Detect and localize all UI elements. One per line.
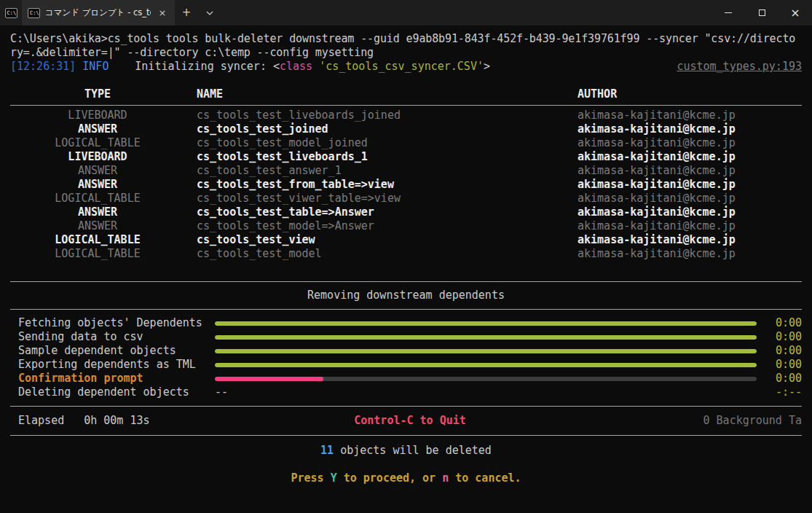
cell-author: akimasa-kajitani@kcme.jp (567, 219, 802, 233)
cell-name: cs_tools_test_model=>Answer (185, 219, 567, 233)
cmd-prompt-icon: C:\ (28, 8, 40, 18)
table-row: ANSWERcs_tools_test_answer_1akimasa-kaji… (10, 164, 802, 178)
new-tab-button[interactable]: + (175, 0, 198, 26)
table-row: LOGICAL_TABLEcs_tools_test_model_joineda… (10, 136, 802, 150)
log-line: [12:26:31] INFO Initializing syncer: <cl… (10, 60, 802, 74)
table-row: ANSWERcs_tools_test_joinedakimasa-kajita… (10, 122, 802, 136)
dependents-table: TYPE NAME AUTHOR LIVEBOARDcs_tools_test_… (10, 87, 802, 261)
prompt-mid: to proceed, or (337, 471, 443, 485)
task-progress-bar (215, 363, 764, 367)
table-row: ANSWERcs_tools_test_model=>Answerakimasa… (10, 219, 802, 233)
cell-name: cs_tools_test_answer_1 (185, 164, 567, 178)
cell-author: akimasa-kajitani@kcme.jp (567, 192, 802, 205)
cell-name: cs_tools_test_from_table=>view (185, 178, 567, 192)
task-progress-bar: -- (215, 385, 764, 399)
close-icon: × (790, 6, 800, 20)
task-time: -:-- (764, 385, 802, 399)
task-label: Sending data to csv (18, 330, 215, 344)
cell-author: akimasa-kajitani@kcme.jp (567, 233, 802, 247)
cell-type: ANSWER (10, 219, 185, 233)
cell-type: ANSWER (10, 205, 185, 219)
terminal-screen[interactable]: C:\Users\akika>cs_tools tools bulk-delet… (0, 32, 812, 485)
cell-type: LIVEBOARD (10, 109, 185, 122)
task-row: Fetching objects' Dependents0:00 (18, 316, 802, 330)
task-row: Sample dependent objects0:00 (18, 344, 802, 358)
cell-name: cs_tools_test_model (185, 247, 567, 261)
cell-name: cs_tools_test_table=>Answer (185, 205, 567, 219)
delete-count-message: 11 objects will be deleted (10, 444, 802, 458)
task-pending-placeholder: -- (215, 385, 228, 399)
prompt-press: Press (291, 471, 330, 485)
log-keyword: class (280, 60, 312, 73)
terminal-window: C:\ C:\ コマンド プロンプト - cs_tools tool × + ×… (0, 0, 812, 485)
table-row: LIVEBOARDcs_tools_test_liveboards_joined… (10, 109, 802, 122)
table-row: ANSWERcs_tools_test_table=>Answerakimasa… (10, 205, 802, 219)
cell-author: akimasa-kajitani@kcme.jp (567, 178, 802, 192)
status-footer: Elapsed0h 00m 13s Control-C to Quit 0 Ba… (10, 407, 802, 435)
cell-author: akimasa-kajitani@kcme.jp (567, 205, 802, 219)
task-label: Deleting dependent objects (18, 385, 215, 399)
table-rows: LIVEBOARDcs_tools_test_liveboards_joined… (10, 109, 802, 261)
tab-title: コマンド プロンプト - cs_tools tool (45, 6, 151, 20)
task-time: 0:00 (764, 316, 802, 330)
section-rule (10, 435, 802, 436)
confirmation-prompt[interactable]: Press Y to proceed, or n to cancel. (10, 471, 802, 485)
cell-type: ANSWER (10, 178, 185, 192)
window-system-icon[interactable]: C:\ (0, 0, 22, 26)
titlebar: C:\ C:\ コマンド プロンプト - cs_tools tool × + × (0, 0, 812, 26)
minimize-icon (725, 12, 732, 13)
section-rule (10, 281, 802, 282)
tab-close-icon[interactable]: × (156, 6, 169, 20)
table-header-type: TYPE (10, 87, 185, 101)
cell-name: cs_tools_test_viwer_table=>view (185, 192, 567, 205)
chevron-down-icon (206, 11, 213, 15)
cell-name: cs_tools_test_liveboards_1 (185, 150, 567, 164)
task-progress-bar (215, 377, 764, 381)
minimize-button[interactable] (712, 0, 745, 26)
cell-author: akimasa-kajitani@kcme.jp (567, 164, 802, 178)
quit-hint: Control-C to Quit (354, 414, 466, 428)
elapsed-label: Elapsed (18, 414, 64, 427)
task-row: Sending data to csv0:00 (18, 330, 802, 344)
table-row: LOGICAL_TABLEcs_tools_test_viwer_table=>… (10, 192, 802, 205)
task-time: 0:00 (764, 330, 802, 344)
cell-name: cs_tools_test_model_joined (185, 136, 567, 150)
cell-name: cs_tools_test_joined (185, 122, 567, 136)
table-row: LOGICAL_TABLEcs_tools_test_viewakimasa-k… (10, 233, 802, 247)
task-progress-bar (215, 321, 764, 326)
elapsed-value: 0h 00m 13s (84, 414, 149, 427)
prompt-end: to cancel. (449, 471, 521, 485)
task-label: Fetching objects' Dependents (18, 316, 215, 330)
tab-dropdown-button[interactable] (198, 0, 221, 26)
background-tasks-count: 0 Background Ta (466, 414, 802, 428)
table-row: LOGICAL_TABLEcs_tools_test_modelakimasa-… (10, 247, 802, 261)
titlebar-drag-area[interactable] (221, 0, 712, 26)
cell-type: LOGICAL_TABLE (10, 233, 185, 247)
cell-type: LOGICAL_TABLE (10, 247, 185, 261)
tab-cmd-prompt[interactable]: C:\ コマンド プロンプト - cs_tools tool × (22, 0, 175, 26)
task-label: Exporting dependents as TML (18, 358, 215, 372)
log-string-literal: 'cs_tools_csv_syncer.CSV' (312, 60, 484, 73)
maximize-button[interactable] (745, 0, 779, 26)
task-list: Fetching objects' Dependents0:00Sending … (10, 310, 802, 401)
table-header-author: AUTHOR (567, 87, 802, 101)
delete-count: 11 (320, 444, 334, 457)
command-line: C:\Users\akika>cs_tools tools bulk-delet… (10, 32, 802, 60)
log-timestamp: [12:26:31] (10, 60, 76, 74)
cell-type: LIVEBOARD (10, 150, 185, 164)
cell-author: akimasa-kajitani@kcme.jp (567, 136, 802, 150)
table-header-name: NAME (185, 87, 567, 101)
prompt-no-key: n (442, 471, 449, 485)
close-button[interactable]: × (779, 0, 812, 26)
log-message-prefix: Initializing syncer: < (135, 60, 280, 73)
cell-type: ANSWER (10, 164, 185, 178)
cell-author: akimasa-kajitani@kcme.jp (567, 122, 802, 136)
cell-author: akimasa-kajitani@kcme.jp (567, 109, 802, 122)
live-panel-title: Removing downstream dependents (10, 289, 802, 302)
log-message: Initializing syncer: <class 'cs_tools_cs… (135, 60, 490, 74)
task-time: 0:00 (764, 372, 802, 385)
task-label: Confirmation prompt (18, 372, 215, 385)
table-row: LIVEBOARDcs_tools_test_liveboards_1akima… (10, 150, 802, 164)
maximize-icon (759, 9, 765, 16)
task-progress-bar (215, 335, 764, 340)
